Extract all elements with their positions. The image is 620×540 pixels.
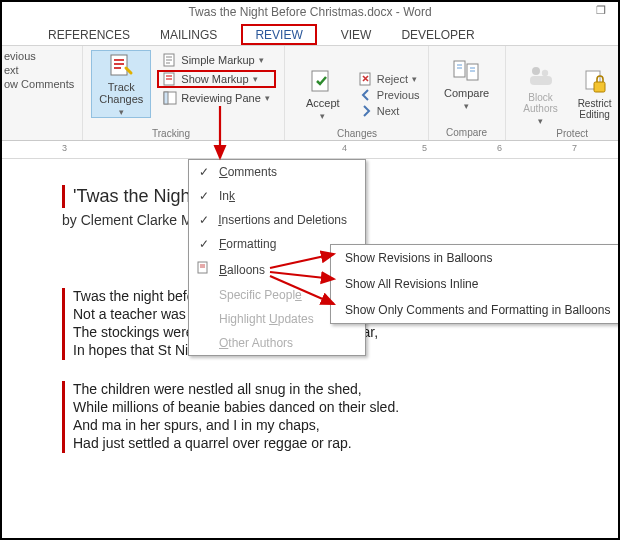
restrict-editing-button[interactable]: Restrict Editing (570, 60, 620, 128)
compare-icon (453, 57, 481, 85)
tab-review[interactable]: REVIEW (241, 24, 316, 45)
tab-mailings[interactable]: MAILINGS (154, 24, 223, 45)
chevron-down-icon: ▾ (259, 55, 264, 65)
doc-line: The children were nestled all snug in th… (73, 381, 598, 399)
previous-change-button[interactable]: Previous (359, 88, 420, 102)
chevron-down-icon: ▾ (119, 107, 124, 117)
svg-rect-5 (312, 71, 328, 91)
ribbon: evious ext ow Comments Track Changes ▾ S… (2, 46, 618, 141)
tab-developer[interactable]: DEVELOPER (395, 24, 480, 45)
menu-item-comments[interactable]: ✓CCommentsomments (189, 160, 365, 184)
compare-button[interactable]: Compare ▾ (437, 50, 497, 118)
menu-item-ink[interactable]: ✓InkInk (189, 184, 365, 208)
svg-rect-11 (530, 76, 552, 85)
markup-icon (163, 53, 177, 67)
restore-window-button[interactable]: ❐ (590, 2, 612, 19)
comments-nav: evious ext ow Comments (4, 50, 74, 90)
svg-rect-0 (111, 55, 127, 75)
menu-item-other-authors[interactable]: Other AuthorsOther Authors (189, 331, 365, 355)
group-label-changes: Changes (337, 126, 377, 139)
show-comments-button[interactable]: ow Comments (4, 78, 74, 90)
previous-comment-button[interactable]: evious (4, 50, 36, 62)
submenu-show-all-inline[interactable]: Show All Revisions Inline (331, 271, 620, 297)
balloons-submenu: Show Revisions in Balloons Show All Revi… (330, 244, 620, 324)
reject-button[interactable]: Reject ▾ (359, 72, 417, 86)
group-label-protect: Protect (556, 126, 588, 139)
track-changes-label: Track Changes (92, 81, 150, 105)
ribbon-tabstrip: REFERENCES MAILINGS REVIEW VIEW DEVELOPE… (2, 22, 618, 46)
svg-point-10 (541, 70, 547, 76)
next-icon (359, 104, 373, 118)
svg-rect-4 (164, 92, 168, 104)
chevron-down-icon: ▾ (464, 101, 469, 111)
menu-item-insertions-deletions[interactable]: ✓Insertions and DeletionsInsertions and … (189, 208, 365, 232)
window-title: Twas the Night Before Christmas.docx - W… (188, 5, 431, 19)
group-label-tracking: Tracking (152, 126, 190, 139)
title-bar: Twas the Night Before Christmas.docx - W… (2, 2, 618, 22)
accept-icon (309, 67, 337, 95)
block-authors-icon (527, 62, 555, 90)
svg-rect-13 (594, 82, 605, 92)
chevron-down-icon: ▾ (320, 111, 325, 121)
block-authors-button[interactable]: Block Authors ▾ (514, 60, 568, 128)
accept-button[interactable]: Accept ▾ (293, 60, 353, 128)
svg-point-9 (532, 67, 540, 75)
doc-line: And ma in her spurs, and I in my chaps, (73, 417, 598, 435)
submenu-show-comments-formatting[interactable]: Show Only Comments and Formatting in Bal… (331, 297, 620, 323)
group-label-compare: Compare (446, 125, 487, 138)
reviewing-pane-icon (163, 91, 177, 105)
doc-line: Had just settled a quarrel over reggae o… (73, 435, 598, 453)
tab-references[interactable]: REFERENCES (42, 24, 136, 45)
reject-icon (359, 72, 373, 86)
show-markup-dropdown[interactable]: Show Markup ▾ (157, 70, 276, 88)
reviewing-pane-dropdown[interactable]: Reviewing Pane ▾ (157, 90, 276, 106)
show-markup-icon (163, 72, 177, 86)
restrict-editing-icon (581, 68, 609, 96)
chevron-down-icon: ▾ (265, 93, 270, 103)
doc-line: While millions of beanie babies danced o… (73, 399, 598, 417)
tab-view[interactable]: VIEW (335, 24, 378, 45)
track-changes-button[interactable]: Track Changes ▾ (91, 50, 151, 118)
display-for-review-dropdown[interactable]: Simple Markup ▾ (157, 52, 276, 68)
svg-rect-7 (454, 61, 465, 77)
balloons-icon (197, 261, 211, 278)
submenu-show-revisions-balloons[interactable]: Show Revisions in Balloons (331, 245, 620, 271)
group-label-comments (4, 125, 7, 138)
next-change-button[interactable]: Next (359, 104, 400, 118)
next-comment-button[interactable]: ext (4, 64, 19, 76)
chevron-down-icon: ▾ (253, 74, 258, 84)
svg-rect-8 (467, 64, 478, 80)
horizontal-ruler[interactable]: 3 4 5 6 7 (2, 141, 618, 159)
track-changes-icon (107, 51, 135, 79)
previous-icon (359, 88, 373, 102)
